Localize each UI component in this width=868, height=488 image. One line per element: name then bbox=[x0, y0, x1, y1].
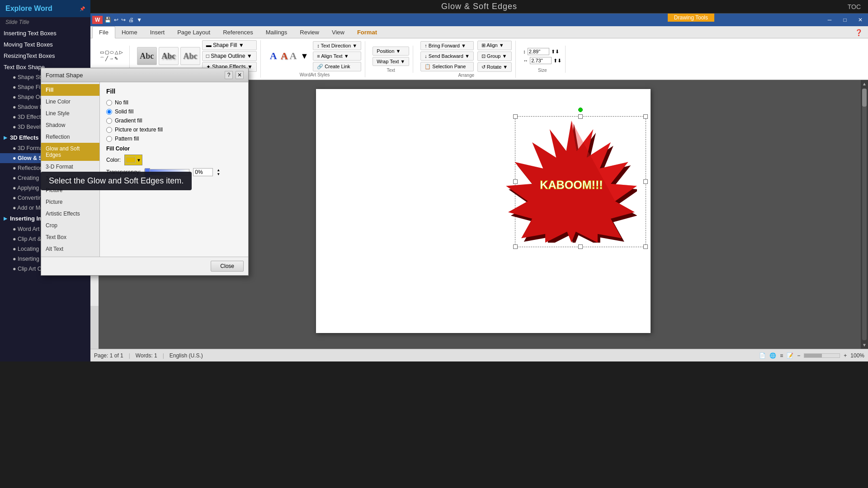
print-icon[interactable]: 🖨 bbox=[128, 17, 134, 23]
send-backward-btn[interactable]: ↓ Send Backward ▼ bbox=[420, 52, 474, 61]
nav-reflection[interactable]: Reflection bbox=[41, 131, 99, 143]
tab-format[interactable]: Format bbox=[351, 27, 383, 38]
wordart-a1[interactable]: A bbox=[270, 50, 277, 62]
shape-row1: ▭ ▢ ⬭ △ ▷ bbox=[100, 50, 123, 55]
nav-glow-soft-edges[interactable]: Glow and Soft Edges bbox=[41, 143, 99, 161]
nav-alt-text[interactable]: Alt Text bbox=[41, 243, 99, 255]
sidebar-header-item[interactable]: Inserting Text Boxes bbox=[0, 27, 90, 38]
tab-mailings[interactable]: Mailings bbox=[259, 27, 294, 38]
align-text-btn[interactable]: ≡ Align Text ▼ bbox=[313, 52, 361, 61]
nav-3d-format[interactable]: 3-D Format bbox=[41, 161, 99, 173]
shape-style-dropdowns: ▬ Shape Fill ▼ □ Shape Outline ▼ ✦ Shape… bbox=[202, 40, 257, 72]
align-btn[interactable]: ⊞ Align ▼ bbox=[477, 41, 512, 50]
height-arrows[interactable]: ⬆⬇ bbox=[551, 49, 559, 55]
solid-fill-row: Solid fill bbox=[106, 108, 242, 115]
sidebar-header-item[interactable]: ResizingText Boxes bbox=[0, 50, 90, 61]
sidebar-pin-icon[interactable]: 📌 bbox=[80, 6, 85, 11]
words-count: Words: 1 bbox=[136, 352, 157, 359]
wordart-group: A A A ▼ ↕ Text Direction ▼ ≡ Align Text … bbox=[264, 41, 365, 77]
transparency-input[interactable] bbox=[193, 168, 213, 176]
tab-insert[interactable]: Insert bbox=[144, 27, 171, 38]
transparency-thumb[interactable] bbox=[145, 168, 150, 177]
text-label: Text bbox=[387, 68, 395, 73]
rect-shape[interactable]: ▭ bbox=[100, 50, 104, 55]
solid-fill-radio[interactable] bbox=[106, 109, 112, 115]
arrow-shape[interactable]: → bbox=[109, 56, 113, 62]
pattern-fill-radio[interactable] bbox=[106, 136, 112, 142]
edit-shape[interactable]: ✎ bbox=[114, 56, 118, 62]
transparency-slider-track[interactable] bbox=[144, 169, 189, 175]
abc-style-2[interactable]: Abc bbox=[159, 47, 179, 65]
nav-line-style[interactable]: Line Style bbox=[41, 108, 99, 119]
quick-access-toolbar: W 💾 ↩ ↪ 🖨 ▼ Drawing Tools ─ □ ✕ bbox=[90, 14, 658, 26]
shape-outline-btn[interactable]: □ Shape Outline ▼ bbox=[202, 51, 257, 61]
document-page: KABOOM!!! bbox=[316, 89, 651, 333]
oval-shape[interactable]: ⬭ bbox=[110, 50, 114, 55]
bring-forward-btn[interactable]: ↑ Bring Forward ▼ bbox=[420, 41, 474, 50]
dialog-help-btn[interactable]: ? bbox=[225, 71, 233, 79]
nav-text-box[interactable]: Text Box bbox=[41, 231, 99, 243]
selection-pane-btn[interactable]: 📋 Selection Pane bbox=[420, 62, 474, 71]
tab-view[interactable]: View bbox=[326, 27, 351, 38]
curve-shape[interactable]: ⌒ bbox=[100, 56, 104, 62]
undo-icon[interactable]: ↩ bbox=[114, 17, 118, 23]
height-input[interactable] bbox=[528, 48, 549, 55]
rotation-handle[interactable] bbox=[578, 108, 583, 112]
more-shapes[interactable]: ▷ bbox=[119, 50, 123, 55]
save-icon[interactable]: 💾 bbox=[104, 17, 111, 23]
page-info: Page: 1 of 1 bbox=[94, 352, 123, 359]
nav-picture2[interactable]: Picture bbox=[41, 196, 99, 208]
transparency-row: Transparency: ▲ ▼ bbox=[106, 168, 242, 176]
picture-fill-radio[interactable] bbox=[106, 127, 112, 133]
color-picker-btn[interactable]: ▼ bbox=[124, 155, 142, 165]
nav-line-color[interactable]: Line Color bbox=[41, 96, 99, 108]
width-input[interactable] bbox=[530, 57, 552, 64]
rotate-btn[interactable]: ↺ Rotate ▼ bbox=[477, 62, 512, 72]
tab-references[interactable]: References bbox=[217, 27, 259, 38]
nav-shadow[interactable]: Shadow bbox=[41, 119, 99, 131]
page-title: Glow & Soft Edges bbox=[441, 2, 517, 11]
sidebar-header-item[interactable]: Moving Text Boxes bbox=[0, 38, 90, 50]
round-rect[interactable]: ▢ bbox=[105, 50, 109, 55]
transparency-spin: ▲ ▼ bbox=[217, 168, 220, 176]
line-shape[interactable]: ╱ bbox=[105, 56, 108, 62]
abc-style-3[interactable]: Abc bbox=[180, 47, 200, 65]
wordart-a3[interactable]: A bbox=[290, 50, 297, 62]
more-icon[interactable]: ▼ bbox=[137, 17, 142, 23]
dialog-body: Fill Line Color Line Style Shadow Reflec… bbox=[41, 82, 248, 257]
tab-page-layout[interactable]: Page Layout bbox=[171, 27, 217, 38]
trans-down[interactable]: ▼ bbox=[217, 172, 220, 176]
nav-artistic-effects[interactable]: Artistic Effects bbox=[41, 208, 99, 220]
redo-icon[interactable]: ↪ bbox=[121, 17, 126, 23]
wordart-dropdown[interactable]: ▼ bbox=[300, 52, 308, 61]
nav-picture[interactable]: Picture bbox=[41, 184, 99, 196]
trans-up[interactable]: ▲ bbox=[217, 168, 220, 172]
dialog-content: Fill No fill Solid fill Gradient fill Pi… bbox=[100, 82, 248, 257]
create-link-btn[interactable]: 🔗 Create Link bbox=[313, 62, 361, 71]
dialog-titlebar: Format Shape ? ✕ bbox=[41, 68, 248, 82]
dialog-close-button[interactable]: Close bbox=[211, 261, 244, 272]
gradient-fill-label: Gradient fill bbox=[115, 117, 142, 124]
group-btn[interactable]: ⊡ Group ▼ bbox=[477, 52, 512, 61]
triangle-shape[interactable]: △ bbox=[115, 50, 118, 55]
no-fill-radio[interactable] bbox=[106, 100, 112, 106]
text-direction-btn[interactable]: ↕ Text Direction ▼ bbox=[313, 41, 361, 50]
nav-fill[interactable]: Fill bbox=[41, 84, 99, 96]
width-arrows[interactable]: ⬆⬇ bbox=[553, 58, 561, 64]
tab-home[interactable]: Home bbox=[115, 27, 144, 38]
tab-file[interactable]: File bbox=[92, 26, 115, 38]
dialog-close-btn[interactable]: ✕ bbox=[236, 71, 244, 79]
title-bar: Glow & Soft Edges TOC bbox=[90, 0, 658, 14]
nav-3d-rotation[interactable]: 3-D Rotation bbox=[41, 173, 99, 184]
nav-crop[interactable]: Crop bbox=[41, 220, 99, 231]
wrap-text-btn[interactable]: Wrap Text ▼ bbox=[373, 57, 409, 66]
arrange-btns2: ⊞ Align ▼ ⊡ Group ▼ ↺ Rotate ▼ bbox=[477, 41, 512, 72]
wordart-a2[interactable]: A bbox=[281, 50, 288, 62]
abc-style-1[interactable]: Abc bbox=[137, 47, 157, 65]
shape-fill-btn[interactable]: ▬ Shape Fill ▼ bbox=[202, 40, 257, 50]
position-btn[interactable]: Position ▼ bbox=[373, 47, 409, 56]
tab-review[interactable]: Review bbox=[293, 27, 326, 38]
gradient-fill-radio[interactable] bbox=[106, 118, 112, 124]
wordart-btns: ↕ Text Direction ▼ ≡ Align Text ▼ 🔗 Crea… bbox=[313, 41, 361, 71]
color-dropdown-arrow[interactable]: ▼ bbox=[137, 158, 141, 163]
